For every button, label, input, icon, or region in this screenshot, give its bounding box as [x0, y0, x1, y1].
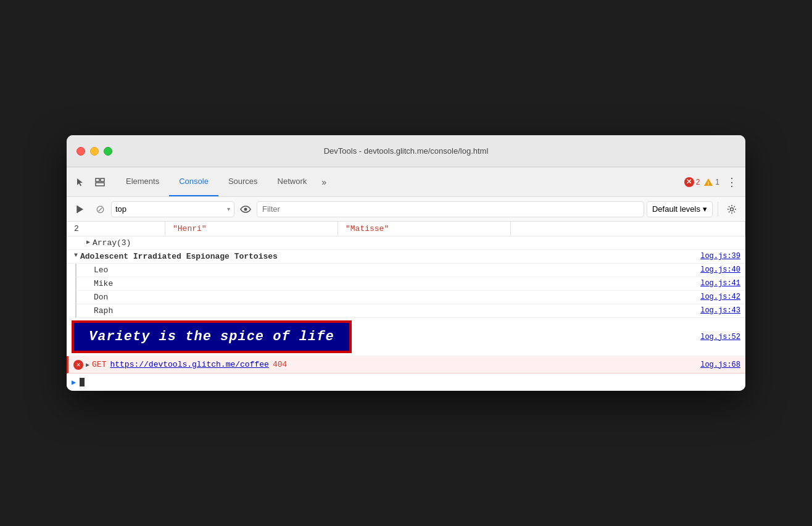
settings-btn[interactable] [723, 201, 740, 218]
context-arrow-icon: ▾ [227, 206, 230, 212]
prompt-cursor [80, 378, 85, 386]
get-error-source[interactable]: log.js:68 [690, 361, 740, 369]
warn-count: 1 [715, 178, 719, 186]
eye-icon [240, 206, 251, 213]
close-button[interactable] [77, 147, 85, 156]
list-item: Leo log.js:40 [75, 264, 745, 277]
tab-console[interactable]: Console [169, 167, 218, 196]
eye-btn[interactable] [237, 201, 254, 218]
item-raph-source[interactable]: log.js:43 [690, 306, 740, 315]
get-method: GET [92, 360, 106, 369]
table-data-row: 2 "Henri" "Matisse" [67, 222, 745, 236]
list-item: Raph log.js:43 [75, 304, 745, 318]
table-cell-col2: "Matisse" [338, 222, 511, 236]
group-expand-icon[interactable]: ▼ [72, 252, 80, 259]
group-label: Adolescent Irradiated Espionage Tortoise… [80, 252, 690, 261]
list-item: Mike log.js:41 [75, 277, 745, 291]
context-value: top [115, 204, 126, 214]
prompt-arrow-icon: ▶ [72, 378, 76, 387]
table-cell-col1: "Henri" [165, 222, 338, 236]
get-expand-icon[interactable]: ▶ [86, 361, 89, 369]
context-selector[interactable]: top ▾ [111, 201, 234, 217]
get-error-row: ✕ ▶ GET https://devtools.glitch.me/coffe… [67, 356, 745, 374]
clear-console-btn[interactable] [72, 201, 89, 218]
svg-text:!: ! [708, 180, 710, 186]
item-leo: Leo [94, 265, 690, 275]
svg-rect-2 [96, 183, 104, 186]
console-area: 2 "Henri" "Matisse" ▶ Array(3) ▼ Adolesc… [67, 222, 745, 391]
titlebar: DevTools - devtools.glitch.me/console/lo… [67, 135, 745, 167]
styled-content: Variety is the spice of life [72, 320, 690, 353]
prompt-row[interactable]: ▶ [67, 374, 745, 391]
tabs-bar: Elements Console Sources Network » ✕ 2 !… [67, 167, 745, 197]
item-leo-source[interactable]: log.js:40 [690, 265, 740, 274]
get-url[interactable]: https://devtools.glitch.me/coffee [110, 360, 268, 369]
svg-point-8 [731, 207, 734, 211]
styled-text-box: Variety is the spice of life [72, 320, 352, 353]
traffic-lights [77, 147, 112, 156]
item-raph: Raph [94, 306, 690, 315]
error-icon: ✕ [73, 360, 83, 370]
devtools-window: DevTools - devtools.glitch.me/console/lo… [67, 135, 745, 391]
styled-text: Variety is the spice of life [89, 329, 334, 344]
tab-network[interactable]: Network [268, 167, 317, 196]
group-header-row: ▼ Adolescent Irradiated Espionage Tortoi… [67, 250, 745, 264]
tab-sources[interactable]: Sources [218, 167, 268, 196]
error-badge: ✕ 2 [684, 177, 700, 187]
item-don-source[interactable]: log.js:42 [690, 293, 740, 301]
levels-arrow-icon: ▾ [703, 204, 707, 214]
filter-input[interactable] [257, 201, 644, 217]
list-item: Don log.js:42 [75, 291, 745, 304]
toolbar-divider [718, 202, 718, 217]
array-expand-icon[interactable]: ▶ [84, 238, 93, 246]
svg-point-7 [244, 207, 247, 211]
error-circle: ✕ [684, 177, 694, 187]
group-label-text: Adolescent Irradiated Espionage Tortoise… [80, 252, 278, 261]
cursor-icon-btn[interactable] [72, 173, 89, 191]
array-row: ▶ Array(3) [67, 236, 745, 250]
get-status: 404 [273, 360, 287, 369]
window-title: DevTools - devtools.glitch.me/console/lo… [324, 146, 489, 156]
tab-elements[interactable]: Elements [116, 167, 169, 196]
svg-rect-1 [101, 178, 104, 182]
styled-source[interactable]: log.js:52 [690, 333, 740, 341]
levels-label: Default levels [652, 204, 700, 214]
tabs-right: ✕ 2 ! 1 ⋮ [684, 173, 740, 191]
inspector-icon-btn[interactable] [91, 173, 109, 191]
inspector-icon [95, 177, 105, 187]
more-menu-btn[interactable]: ⋮ [723, 173, 740, 191]
svg-marker-5 [77, 206, 83, 213]
maximize-button[interactable] [104, 147, 112, 156]
styled-message-row: Variety is the spice of life log.js:52 [67, 318, 745, 356]
minimize-button[interactable] [90, 147, 99, 156]
item-mike-source[interactable]: log.js:41 [690, 279, 740, 288]
warning-icon: ! [703, 178, 713, 186]
table-cell-empty [511, 222, 745, 236]
play-icon [75, 204, 85, 214]
item-mike: Mike [94, 279, 690, 288]
tab-icon-group [72, 173, 109, 191]
group-source[interactable]: log.js:39 [690, 252, 740, 261]
array-content: Array(3) [93, 238, 740, 248]
svg-rect-0 [96, 178, 99, 182]
levels-selector[interactable]: Default levels ▾ [647, 201, 713, 217]
warn-badge: ! 1 [703, 178, 719, 186]
no-entry-btn[interactable]: ⊘ [91, 201, 109, 218]
table-cell-index: 2 [67, 222, 165, 236]
cursor-icon [75, 177, 85, 187]
tab-overflow-btn[interactable]: » [317, 173, 331, 191]
console-toolbar: ⊘ top ▾ Default levels ▾ [67, 197, 745, 222]
item-don: Don [94, 293, 690, 302]
error-count: 2 [696, 178, 700, 186]
gear-icon [727, 204, 737, 214]
